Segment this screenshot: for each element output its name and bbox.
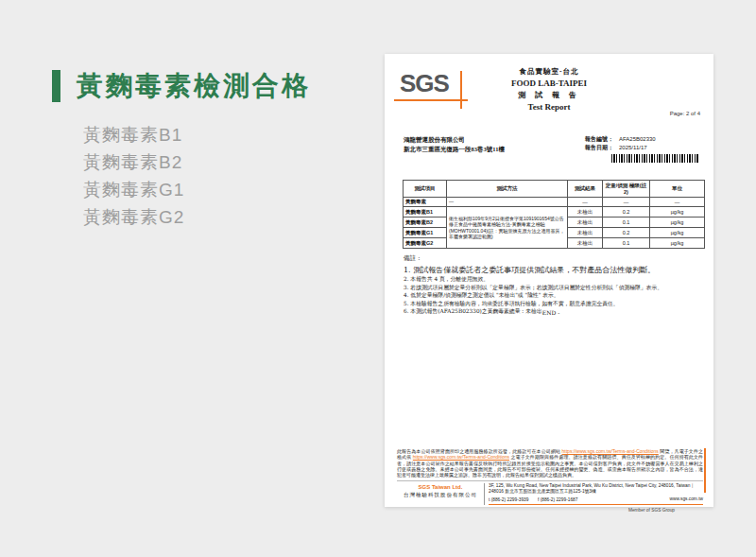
aflatoxin-summary-panel: 黃麴毒素檢測合格 黃麴毒素B1 黃麴毒素B2 黃麴毒素G1 黃麴毒素G2 — [52, 68, 364, 231]
cell-unit: µg/kg — [650, 218, 705, 228]
panel-title-row: 黃麴毒素檢測合格 — [52, 68, 364, 104]
table-row: 黃麴毒素B1 衛生福利部109年9月2日衛授食字第1091901654號公告修正… — [404, 207, 705, 218]
col-header-limit: 定量/偵測 極限(註2) — [603, 181, 650, 198]
report-header: 食品實驗室-台北 FOOD LAB-TAIPEI 測 試 報 告 Test Re… — [464, 67, 634, 112]
cell-limit: — — [603, 198, 650, 207]
sgs-logo-text: SGS — [400, 69, 466, 98]
cell-unit: µg/kg — [650, 238, 705, 249]
table-row: 黃麴毒素 — — — — — [404, 198, 705, 207]
footer-orange-vline — [704, 448, 706, 493]
cell-unit: µg/kg — [650, 207, 705, 218]
cell-limit: 0.2 — [603, 207, 650, 218]
cell-method: — — [447, 198, 568, 207]
notes-label: 備註： — [404, 254, 700, 263]
barcode — [611, 154, 698, 163]
green-accent-bar — [52, 70, 60, 102]
list-item-g2: 黃麴毒素G2 — [83, 203, 364, 231]
client-name: 鴻龍營運股份有限公司 — [404, 135, 505, 145]
cell-item: 黃麴毒素G2 — [404, 238, 447, 249]
page-background: { "left_panel": { "title": "黃麴毒素檢測合格", "… — [0, 0, 756, 557]
note-4: 4. 低於定量極限/偵測極限之測定值以 "未檢出"或 "陰性" 表示。 — [404, 291, 700, 300]
company-identity: SGS Taiwan Ltd. 台灣檢驗科技股份有限公司 — [397, 483, 484, 505]
notes-section: 備註： 1. 測試報告僅就委託者之委託事項提供測試結果，不對產品合法性做判斷。 … — [404, 254, 700, 316]
cell-item: 黃麴毒素 — [404, 198, 447, 207]
col-header-result: 測試結果 — [568, 181, 603, 198]
report-date-value: 2025/11/17 — [619, 144, 647, 152]
client-address: 新北市三重區光復路一段83巷3號11樓 — [404, 145, 505, 154]
col-header-unit: 單位 — [650, 181, 705, 198]
lab-name-en: FOOD LAB-TAIPEI — [464, 78, 634, 88]
client-block: 鴻龍營運股份有限公司 新北市三重區光復路一段83巷3號11樓 — [404, 135, 505, 154]
list-item-g1: 黃麴毒素G1 — [83, 176, 364, 203]
cell-result: 未檢出 — [568, 238, 603, 249]
end-mark: - END - — [385, 309, 713, 316]
cell-limit: 0.1 — [603, 238, 650, 249]
company-address: 3F, 125, Wu Kung Road, New Taipei Indust… — [489, 483, 703, 495]
footer-disclaimer: 此報告為本公司依照背面所印之通用服務條款所簽發，此條款可在本公司網站 https… — [397, 448, 703, 478]
report-title-zh: 測 試 報 告 — [464, 90, 634, 100]
company-contact: 3F, 125, Wu Kung Road, New Taipei Indust… — [484, 483, 703, 505]
company-row: SGS Taiwan Ltd. 台灣檢驗科技股份有限公司 3F, 125, Wu… — [397, 480, 703, 505]
cell-item: 黃麴毒素G1 — [404, 228, 447, 238]
report-no-value: AFA25B02330 — [619, 135, 656, 144]
cell-item: 黃麴毒素B2 — [404, 218, 447, 228]
member-of-sgs-group: Member of SGS Group — [397, 508, 703, 513]
terms-link[interactable]: https://www.sgs.com.tw/Terms-and-Conditi… — [413, 454, 509, 460]
report-date-row: 報告日期： 2025/11/17 — [585, 144, 656, 152]
disclaimer-text-1: 此報告為本公司依照背面所印之通用服務條款所簽發，此條款可在本公司網站 — [397, 448, 562, 454]
cell-result: 未檢出 — [568, 207, 603, 218]
note-5: 5. 本檢驗報告之所有檢驗內容，均依委託事項執行檢驗，如有不實，願意承擔完全責任… — [404, 300, 700, 308]
company-phones: t (886-2) 2299-3939 f (886-2) 2299-1687 — [489, 496, 577, 502]
report-no-row: 報告編號： AFA25B02330 — [585, 135, 656, 144]
page-number: Page: 2 of 4 — [670, 111, 700, 116]
col-header-item: 測試項目 — [404, 181, 447, 198]
cell-result: — — [568, 198, 603, 207]
cell-result: 未檢出 — [568, 228, 603, 238]
results-table: 測試項目 測試方法 測試結果 定量/偵測 極限(註2) 單位 黃麴毒素 — — … — [403, 180, 705, 249]
report-meta: 報告編號： AFA25B02330 報告日期： 2025/11/17 — [585, 135, 656, 152]
sgs-logo-vertical-line — [460, 71, 462, 109]
report-no-label: 報告編號： — [585, 135, 619, 144]
list-item-b1: 黃麴毒素B1 — [83, 121, 364, 148]
sgs-test-report-page: SGS 食品實驗室-台北 FOOD LAB-TAIPEI 測 試 報 告 Tes… — [385, 54, 713, 507]
cell-item: 黃麴毒素B1 — [404, 207, 447, 218]
note-2: 2. 本報告共 4 頁，分離使用無效。 — [404, 275, 700, 284]
company-name-en: SGS Taiwan Ltd. — [397, 484, 484, 490]
company-name-zh: 台灣檢驗科技股份有限公司 — [397, 492, 484, 498]
company-website[interactable]: www.sgs.com.tw — [670, 496, 703, 502]
panel-title: 黃麴毒素檢測合格 — [77, 68, 311, 104]
report-footer: 此報告為本公司依照背面所印之通用服務條款所簽發，此條款可在本公司網站 https… — [397, 448, 703, 513]
col-header-method: 測試方法 — [447, 181, 568, 198]
cell-method-text: 衛生福利部109年9月2日衛授食字第1091901654號公告修正食品中黴菌毒素… — [447, 207, 568, 249]
phone-web-row: t (886-2) 2299-3939 f (886-2) 2299-1687 … — [489, 496, 703, 505]
cell-result: 未檢出 — [568, 218, 603, 228]
sgs-logo: SGS — [400, 69, 466, 98]
list-item-b2: 黃麴毒素B2 — [83, 148, 364, 176]
aflatoxin-item-list: 黃麴毒素B1 黃麴毒素B2 黃麴毒素G1 黃麴毒素G2 — [83, 121, 364, 231]
note-1: 1. 測試報告僅就委託者之委託事項提供測試結果，不對產品合法性做判斷。 — [404, 265, 700, 275]
table-header-row: 測試項目 測試方法 測試結果 定量/偵測 極限(註2) 單位 — [404, 181, 705, 198]
note-3: 3. 若該測試項目屬於定量分析則以「定量極限」表示；若該測試項目屬於定性分析則以… — [404, 284, 700, 292]
report-date-label: 報告日期： — [585, 144, 619, 152]
cell-unit: µg/kg — [650, 228, 705, 238]
cell-limit: 0.1 — [603, 218, 650, 228]
sgs-logo-underline — [394, 99, 468, 101]
terms-link[interactable]: https://www.sgs.com.tw/Terms-and-Conditi… — [562, 448, 659, 454]
lab-name-zh: 食品實驗室-台北 — [464, 67, 634, 77]
cell-unit: — — [650, 198, 705, 207]
report-title-en: Test Report — [464, 102, 634, 112]
cell-limit: 0.2 — [603, 228, 650, 238]
